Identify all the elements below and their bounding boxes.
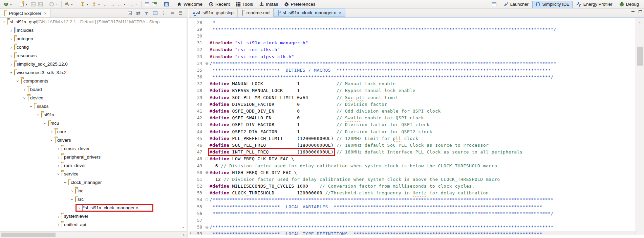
expand-arrow-icon[interactable]: ›	[9, 62, 14, 67]
tree-item-wiseconnect3_sdk_3.5.2[interactable]: ›wiseconnect3_sdk_3.5.2	[0, 68, 187, 77]
code-line-35[interactable]: 35 ************************ DEFINES / MA…	[189, 67, 556, 73]
tree-item-autogen[interactable]: ›autogen	[0, 34, 187, 43]
new-editor-window-icon[interactable]	[144, 1, 150, 8]
editor-vscroll-up-icon[interactable]: ›	[637, 22, 642, 23]
expand-arrow-icon[interactable]: ›	[49, 129, 54, 134]
code-line-42[interactable]: 42#define QSPI_SWALLO_EN 0 // Swallo ena…	[189, 115, 556, 121]
expand-arrow-icon[interactable]: ›	[56, 222, 61, 227]
code-line-38[interactable]: 38#define BYPASS_MANUAL_LOCK 1 // Bypass…	[189, 87, 556, 94]
tab-clock-manager[interactable]: sl_si91x_clock_manager.c ×	[274, 8, 345, 17]
tree-item-cmsis_driver[interactable]: ›cmsis_driver	[0, 144, 187, 153]
next-annotation-icon[interactable]: ↥	[91, 1, 97, 8]
tree-item-core[interactable]: ›core	[0, 127, 187, 136]
maximize-editor-icon[interactable]	[639, 10, 642, 13]
tree-item-sl_si91x_clock_manager.c[interactable]: ›sl_si91x_clock_manager.c	[0, 204, 187, 212]
tree-item-sl_si91x_gspi[interactable]: ›csl_si91x_gspi [GNU ARM v12.2.1 - Defau…	[0, 18, 187, 26]
explorer-hscrollbar[interactable]: ›	[0, 231, 187, 238]
collapse-arrow-icon[interactable]: ›	[2, 20, 7, 24]
tab-project-explorer[interactable]: Project Explorer ×	[0, 9, 50, 17]
editor-vscroll-thumb[interactable]	[637, 47, 643, 66]
fold-collapse-icon[interactable]: ⊖	[204, 197, 210, 202]
menu-recent[interactable]: Recent	[206, 0, 233, 8]
expand-arrow-icon[interactable]: ›	[70, 189, 74, 193]
perspective-launcher[interactable]: Launcher	[500, 1, 532, 8]
device-chip-icon[interactable]	[163, 1, 169, 8]
back-dropdown-icon[interactable]: ▾	[124, 3, 127, 6]
hscroll-right-icon[interactable]: ›	[183, 232, 185, 237]
code-line-40[interactable]: 40#define DIVISION_FACTOR 0 // Division …	[189, 101, 556, 108]
code-line-37[interactable]: 37#define MANUAL_LOCK 1 // Manual lock e…	[189, 80, 556, 87]
last-edit-location-icon[interactable]: ↧	[80, 1, 86, 8]
tree-item-unified_api[interactable]: ›unified_api	[0, 220, 187, 229]
back-history-icon[interactable]: ←	[103, 1, 109, 8]
fold-collapse-icon[interactable]: ⊖	[204, 61, 210, 66]
view-menu-icon[interactable]: ⋮	[161, 10, 166, 16]
skip-breakpoints-icon[interactable]	[48, 1, 55, 8]
code-line-32[interactable]: 32#include "rsi_rom_clks.h"	[189, 46, 556, 53]
pin-editor-icon[interactable]	[151, 1, 157, 8]
forward-history-icon[interactable]: →	[110, 1, 116, 8]
collapse-arrow-icon[interactable]: ›	[9, 70, 14, 75]
expand-arrow-icon[interactable]: ›	[9, 28, 14, 33]
code-line-28[interactable]: 28 *	[189, 19, 556, 26]
expand-arrow-icon[interactable]: ›	[77, 206, 82, 210]
expand-arrow-icon[interactable]: ›	[56, 155, 61, 160]
open-perspective-icon[interactable]	[491, 1, 497, 8]
vscroll-down-icon[interactable]: ›	[181, 227, 186, 228]
perspective-simplicity-ide[interactable]: {} Simplicity IDE	[532, 1, 573, 8]
expand-arrow-icon[interactable]: ›	[56, 214, 61, 219]
menu-preferences[interactable]: Preferences	[281, 0, 319, 8]
link-with-editor-icon[interactable]: ⇄	[135, 10, 141, 16]
code-line-55[interactable]: 55 ************************ LOCAL VARIAB…	[189, 203, 556, 210]
collapse-arrow-icon[interactable]: ›	[29, 104, 34, 109]
filter-icon[interactable]	[144, 10, 149, 16]
tree-item-simplicity_sdk_2025.12.0[interactable]: ›simplicity_sdk_2025.12.0	[0, 60, 187, 68]
expand-arrow-icon[interactable]: ›	[22, 87, 27, 92]
code-line-44[interactable]: 44#define QSPI2_DIV_FACTOR 1 // Division…	[189, 128, 556, 135]
menu-install[interactable]: Install	[256, 0, 281, 8]
build-hammer-icon[interactable]	[64, 1, 70, 8]
code-line-39[interactable]: 39#define SOC_PLL_MM_COUNT_LIMIT 0xA4 //…	[189, 94, 556, 101]
collapse-arrow-icon[interactable]: ›	[36, 113, 41, 117]
editor-vscrollbar[interactable]: ›	[636, 18, 644, 235]
tree-item-device[interactable]: ›device	[0, 94, 187, 102]
close-view-icon[interactable]: ×	[43, 11, 47, 16]
back-icon[interactable]: ←	[117, 1, 123, 8]
save-all-icon[interactable]	[37, 1, 43, 8]
code-line-33[interactable]: 33#include "rsi_rom_ulpss_clk.h"	[189, 53, 556, 60]
tree-item-inc[interactable]: ›inc	[0, 187, 187, 195]
code-line-31[interactable]: 31#include "sl_si91x_clock_manager.h"	[189, 40, 556, 46]
tree-item-rom_driver[interactable]: ›rom_driver	[0, 161, 187, 170]
code-line-57[interactable]: 57	[189, 217, 556, 223]
new-wizard-icon[interactable]	[19, 1, 25, 8]
code-line-30[interactable]: 30	[189, 32, 556, 39]
next-annotation-dropdown-icon[interactable]: ▾	[98, 3, 102, 6]
collapse-all-icon[interactable]	[127, 10, 132, 16]
tree-item-drivers[interactable]: ›drivers	[0, 136, 187, 144]
code-line-41[interactable]: 41#define QSPI_ODD_DIV_EN 0 // Odd divis…	[189, 108, 556, 114]
tree-item-clock_manager[interactable]: ›clock_manager	[0, 178, 187, 187]
minimize-editor-icon[interactable]	[631, 11, 635, 12]
tree-item-mcu[interactable]: ›mcu	[0, 119, 187, 127]
tab-readme[interactable]: readme.md	[238, 8, 274, 17]
tree-item-systemlevel[interactable]: ›systemlevel	[0, 212, 187, 220]
debug-launch-dropdown-icon[interactable]: ▾	[10, 3, 14, 6]
tree-item-Includes[interactable]: ›Includes	[0, 26, 187, 34]
maximize-view-icon[interactable]	[178, 10, 183, 16]
tree-item-si91x[interactable]: ›si91x	[0, 111, 187, 119]
code-line-34[interactable]: 34⊖/************************************…	[189, 60, 556, 67]
fold-collapse-icon[interactable]: ⊖	[204, 157, 210, 161]
code-line-45[interactable]: 45#define PLL_PREFETCH_LIMIT (120000000U…	[189, 135, 556, 142]
code-line-29[interactable]: 29 *************************************…	[189, 26, 556, 32]
tree-item-src[interactable]: ›src	[0, 195, 187, 204]
close-tab-icon[interactable]: ×	[338, 10, 342, 15]
expand-arrow-icon[interactable]: ›	[56, 146, 61, 151]
code-line-52[interactable]: 52#define MILLISECONDS_TO_CYCLES 1000 //…	[189, 183, 556, 190]
code-line-58[interactable]: 58⊖/************************************…	[189, 224, 556, 231]
code-viewport[interactable]: 28 *29 *********************************…	[189, 18, 644, 235]
expand-arrow-icon[interactable]: ›	[9, 53, 14, 58]
tree-item-board[interactable]: ›board	[0, 85, 187, 94]
menu-tools[interactable]: Tools	[233, 0, 256, 8]
expand-arrow-icon[interactable]: ›	[9, 45, 14, 50]
code-line-50[interactable]: 50⊖#define HIGH_FREQ_CLK_DIV_FAC \	[189, 169, 556, 176]
